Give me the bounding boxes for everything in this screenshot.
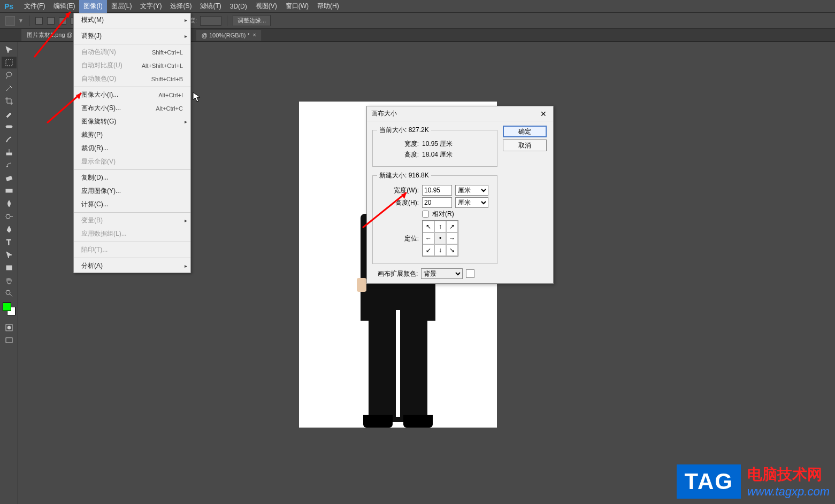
menu-item[interactable]: 裁切(R)...	[74, 142, 190, 155]
menu-item[interactable]: 裁剪(P)	[74, 128, 190, 142]
menu-item[interactable]: 分析(A)	[74, 259, 190, 273]
menu-item: 自动对比度(U)Alt+Shift+Ctrl+L	[74, 59, 190, 72]
menu-item-label: 陷印(T)...	[81, 245, 108, 254]
screenmode-icon[interactable]	[2, 335, 17, 346]
menu-item[interactable]: 模式(M)	[74, 13, 190, 27]
menu-item[interactable]: 画布大小(S)...Alt+Ctrl+C	[74, 102, 190, 115]
menu-layer[interactable]: 图层(L)	[107, 0, 136, 13]
clone-stamp-tool-icon[interactable]	[2, 146, 17, 158]
cur-width-value: 10.95 厘米	[422, 139, 453, 149]
document-tab[interactable]: 图片素材1.png @	[21, 29, 79, 41]
anchor-cell[interactable]: ↗	[446, 221, 458, 232]
relative-checkbox[interactable]	[422, 211, 429, 218]
svg-rect-8	[6, 266, 12, 270]
tool-preset-arrow-icon[interactable]: ▼	[18, 18, 24, 24]
menu-help[interactable]: 帮助(H)	[313, 0, 343, 13]
canvas-extension-label: 画布扩展颜色:	[378, 269, 418, 278]
anchor-cell[interactable]: ↘	[446, 244, 458, 256]
menu-item[interactable]: 计算(C)...	[74, 198, 190, 211]
menu-item[interactable]: 图像大小(I)...Alt+Ctrl+I	[74, 88, 190, 102]
menu-item: 陷印(T)...	[74, 243, 190, 257]
path-selection-tool-icon[interactable]	[2, 249, 17, 261]
menu-item-label: 变量(B)	[81, 216, 103, 225]
move-tool-icon[interactable]	[2, 44, 17, 56]
sep	[29, 15, 29, 26]
menu-item-label: 图像旋转(G)	[81, 117, 116, 126]
marquee-tool-icon[interactable]	[5, 16, 15, 26]
pen-tool-icon[interactable]	[2, 223, 17, 235]
magic-wand-tool-icon[interactable]	[2, 82, 17, 94]
menu-item-shortcut: Alt+Ctrl+I	[158, 92, 183, 98]
new-selection-icon[interactable]	[35, 17, 43, 25]
menu-3d[interactable]: 3D(D)	[226, 1, 251, 12]
menu-file[interactable]: 文件(F)	[20, 0, 49, 13]
svg-rect-12	[6, 338, 12, 343]
dialog-title: 画布大小	[371, 109, 397, 118]
hand-tool-icon[interactable]	[2, 275, 17, 286]
extension-color-swatch[interactable]	[466, 269, 474, 278]
brush-tool-icon[interactable]	[2, 134, 17, 145]
menu-select[interactable]: 选择(S)	[166, 0, 196, 13]
refine-edge-button[interactable]: 调整边缘...	[233, 15, 271, 26]
height-input[interactable]	[422, 197, 452, 208]
menu-item[interactable]: 应用图像(Y)...	[74, 184, 190, 198]
lasso-tool-icon[interactable]	[2, 69, 17, 81]
blur-tool-icon[interactable]	[2, 198, 17, 210]
image-menu-dropdown: 模式(M)调整(J)自动色调(N)Shift+Ctrl+L自动对比度(U)Alt…	[73, 13, 191, 273]
menu-item-shortcut: Alt+Ctrl+C	[156, 105, 183, 112]
menu-item-label: 显示全部(V)	[81, 157, 116, 166]
zoom-tool-icon[interactable]	[2, 288, 17, 299]
menu-item-label: 画布大小(S)...	[81, 104, 121, 113]
anchor-cell[interactable]: ↑	[434, 221, 446, 232]
crop-tool-icon[interactable]	[2, 95, 17, 107]
menubar: Ps 文件(F) 编辑(E) 图像(I) 图层(L) 文字(Y) 选择(S) 滤…	[0, 0, 835, 13]
anchor-grid[interactable]: ↖↑↗←•→↙↓↘	[422, 220, 458, 257]
document-tab[interactable]: @ 100%(RGB/8) * ×	[196, 30, 262, 41]
anchor-cell[interactable]: ↖	[423, 221, 434, 232]
marquee-tool-icon[interactable]	[2, 57, 17, 68]
tag-logo: TAG	[677, 464, 741, 499]
menu-window[interactable]: 窗口(W)	[281, 0, 313, 13]
height-unit-select[interactable]: 厘米	[455, 197, 488, 208]
svg-rect-5	[6, 189, 12, 192]
close-tab-icon[interactable]: ×	[253, 32, 256, 38]
menu-item[interactable]: 图像旋转(G)	[74, 115, 190, 128]
height-input[interactable]	[200, 16, 221, 26]
menu-item: 变量(B)	[74, 214, 190, 227]
add-selection-icon[interactable]	[47, 17, 55, 25]
anchor-cell[interactable]: →	[446, 232, 458, 244]
color-swatches[interactable]	[3, 303, 16, 315]
watermark-line2: www.tagxp.com	[747, 485, 830, 499]
cancel-button[interactable]: 取消	[503, 139, 547, 151]
anchor-cell[interactable]: •	[434, 232, 446, 244]
extension-color-select[interactable]: 背景	[421, 268, 463, 279]
menu-filter[interactable]: 滤镜(T)	[196, 0, 225, 13]
width-unit-select[interactable]: 厘米	[455, 185, 488, 196]
dodge-tool-icon[interactable]	[2, 211, 17, 222]
menu-type[interactable]: 文字(Y)	[136, 0, 166, 13]
subtract-selection-icon[interactable]	[59, 17, 66, 25]
foreground-swatch[interactable]	[3, 303, 11, 311]
menu-item[interactable]: 复制(D)...	[74, 171, 190, 184]
close-icon[interactable]: ✕	[538, 110, 549, 118]
type-tool-icon[interactable]: T	[2, 236, 17, 248]
quickmask-icon[interactable]	[2, 322, 17, 334]
width-input[interactable]	[422, 185, 452, 196]
dialog-titlebar[interactable]: 画布大小 ✕	[367, 106, 553, 121]
ok-button[interactable]: 确定	[503, 126, 547, 137]
eyedropper-tool-icon[interactable]	[2, 108, 17, 120]
menu-item[interactable]: 调整(J)	[74, 29, 190, 43]
menu-item-shortcut: Shift+Ctrl+B	[151, 76, 183, 82]
gradient-tool-icon[interactable]	[2, 185, 17, 197]
anchor-cell[interactable]: ↙	[423, 244, 434, 256]
menu-view[interactable]: 视图(V)	[251, 0, 281, 13]
eraser-tool-icon[interactable]	[2, 172, 17, 184]
healing-brush-tool-icon[interactable]	[2, 121, 17, 133]
anchor-cell[interactable]: ↓	[434, 244, 446, 256]
rectangle-tool-icon[interactable]	[2, 262, 17, 274]
current-size-group: 当前大小: 827.2K 宽度: 10.95 厘米 高度: 18.04 厘米	[372, 126, 497, 167]
menu-image[interactable]: 图像(I)	[79, 0, 106, 13]
anchor-cell[interactable]: ←	[423, 232, 434, 244]
menu-edit[interactable]: 编辑(E)	[49, 0, 79, 13]
history-brush-tool-icon[interactable]	[2, 159, 17, 171]
